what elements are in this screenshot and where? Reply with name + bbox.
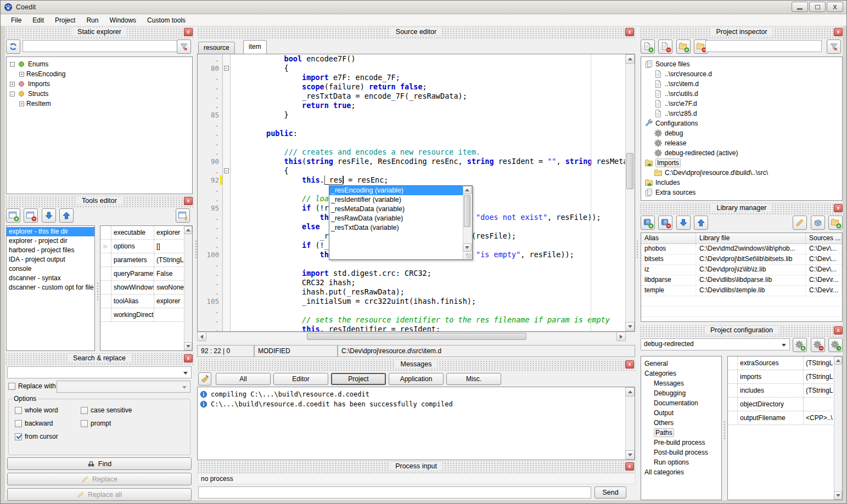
fold-gutter[interactable] (223, 203, 231, 213)
property-row[interactable]: includes(TStringL (728, 384, 842, 398)
search-term-combo[interactable] (7, 366, 192, 378)
tree-item-all-categories[interactable]: All categories (642, 467, 720, 477)
filter-button-editor[interactable]: Editor (273, 373, 328, 385)
fold-gutter[interactable] (223, 138, 231, 148)
menu-run[interactable]: Run (81, 15, 103, 25)
popup-scrollbar[interactable] (463, 186, 472, 259)
tree-item-includes[interactable]: Includes (642, 178, 841, 188)
configuration-combo[interactable]: debug-redirected (641, 338, 790, 350)
code-text[interactable] (231, 259, 635, 269)
remove-file-button[interactable] (658, 39, 672, 54)
code-text[interactable]: import e7F: encode_7F; (231, 73, 635, 82)
tree-item-debugging[interactable]: Debugging (642, 388, 720, 398)
code-line[interactable]: . ihash.put(_resRawData); (198, 287, 635, 297)
clear-messages-button[interactable] (198, 372, 211, 386)
whole-word-checkbox[interactable]: whole word (15, 406, 58, 414)
property-row[interactable]: executableexplorer (100, 226, 192, 240)
tools-editor-header[interactable]: Tools editor x (5, 196, 194, 207)
code-text[interactable]: bool encodee7F() (231, 54, 635, 64)
fold-gutter[interactable]: − (223, 64, 231, 73)
tree-item-enums[interactable]: -Enums (8, 59, 191, 69)
fold-gutter[interactable] (223, 101, 231, 110)
process-input-field[interactable] (198, 486, 591, 499)
add-sources-folder-button[interactable] (828, 216, 843, 230)
code-text[interactable]: _resTxtData = encode_7F(_resRawData); (231, 92, 635, 101)
config-splitter[interactable] (722, 356, 727, 500)
property-row[interactable]: showWindowsswoNone (100, 281, 192, 295)
editor-vscrollbar[interactable] (625, 54, 635, 331)
tree-item-src-z85-d[interactable]: ..\src\z85.d (642, 109, 841, 118)
replace-with-checkbox[interactable]: Replace with (8, 382, 56, 390)
menu-edit[interactable]: Edit (27, 15, 49, 25)
close-icon[interactable]: x (625, 462, 634, 471)
tree-item-run-options[interactable]: Run options (642, 457, 720, 467)
property-row[interactable]: toolAliasexplorer (100, 295, 192, 308)
scroll-down-button[interactable] (625, 322, 635, 331)
code-text[interactable]: { (231, 64, 635, 73)
add-configuration-button[interactable] (793, 338, 807, 352)
list-item[interactable]: console (7, 264, 94, 274)
remove-tool-button[interactable] (24, 208, 38, 223)
row-expander[interactable] (100, 253, 111, 267)
row-expander[interactable] (100, 226, 111, 239)
completion-item[interactable]: _resIdentifier (variable) (329, 195, 463, 205)
list-item[interactable]: IDA - project output (7, 255, 94, 264)
tree-item-extra-sources[interactable]: Extra sources (642, 188, 841, 197)
filter-button-application[interactable]: Application (389, 373, 444, 385)
fold-gutter[interactable] (223, 194, 231, 203)
code-text[interactable] (231, 138, 635, 148)
fold-gutter[interactable] (223, 287, 231, 297)
close-icon[interactable]: x (625, 360, 634, 369)
code-text[interactable]: } (231, 110, 635, 120)
replace-all-button[interactable]: Replace all (7, 488, 192, 501)
sync-configuration-button[interactable] (828, 338, 843, 352)
code-line[interactable]: 90 this(string resFile, ResEncoding resE… (198, 157, 635, 166)
maximize-button[interactable] (809, 2, 826, 12)
tree-item-general[interactable]: General (642, 359, 720, 369)
tree-item-src-item-d[interactable]: ..\src\item.d (642, 79, 841, 89)
clear-filter-button[interactable] (177, 39, 191, 54)
symbol-filter-input[interactable] (23, 40, 177, 52)
fold-gutter[interactable] (223, 73, 231, 82)
property-row[interactable]: ▷options[] (100, 240, 192, 253)
tree-item-imports[interactable]: Imports (642, 158, 841, 168)
backward-checkbox[interactable]: backward (15, 420, 53, 427)
code-text[interactable]: this._res = resEnc; (231, 175, 635, 185)
code-text[interactable]: return true; (231, 101, 635, 110)
static-explorer-header[interactable]: Static explorer x (5, 27, 194, 38)
fold-gutter[interactable] (223, 297, 231, 306)
code-line[interactable]: . return true; (198, 101, 635, 110)
tree-item-others[interactable]: Others (642, 418, 720, 428)
scroll-up-button[interactable] (463, 186, 472, 194)
tools-grid-scrollbar[interactable] (184, 226, 192, 350)
collapse-icon[interactable]: - (10, 92, 15, 97)
code-text[interactable]: import std.digest.crc: CRC32; (231, 269, 635, 278)
fold-gutter[interactable] (223, 120, 231, 129)
move-library-down-button[interactable] (676, 216, 691, 230)
menu-custom-tools[interactable]: Custom tools (142, 15, 190, 25)
inspector-filter-input[interactable] (705, 40, 822, 52)
close-icon[interactable]: x (625, 28, 634, 36)
message-line[interactable]: compiling C:\...\build\resource.d.coedit (198, 389, 635, 399)
fold-gutter[interactable] (223, 250, 231, 259)
code-line[interactable]: . (198, 120, 635, 129)
config-grid-scrollbar[interactable] (834, 356, 842, 500)
property-row[interactable]: extraSources(TStringL (728, 356, 842, 370)
row-expander[interactable] (728, 398, 738, 411)
fold-gutter[interactable] (223, 306, 231, 315)
fold-gutter[interactable]: − (223, 166, 231, 175)
property-row[interactable]: workingDirectory (100, 308, 192, 322)
move-tool-up-button[interactable] (59, 208, 74, 223)
code-line[interactable]: . (198, 138, 635, 148)
code-text[interactable] (231, 306, 635, 315)
fold-gutter[interactable] (223, 241, 231, 250)
scroll-down-button[interactable] (625, 450, 635, 460)
property-row[interactable]: imports(TStringL (728, 370, 842, 384)
scroll-left-button[interactable] (197, 332, 206, 341)
tree-item-post-build-process[interactable]: Post-build process (642, 448, 720, 457)
move-tool-down-button[interactable] (42, 208, 56, 223)
tab-resource[interactable]: resource (198, 42, 235, 54)
list-item[interactable]: explorer - project dir (7, 236, 94, 246)
completion-item[interactable]: _resMetaData (variable) (329, 205, 463, 214)
row-expander[interactable] (100, 281, 111, 294)
